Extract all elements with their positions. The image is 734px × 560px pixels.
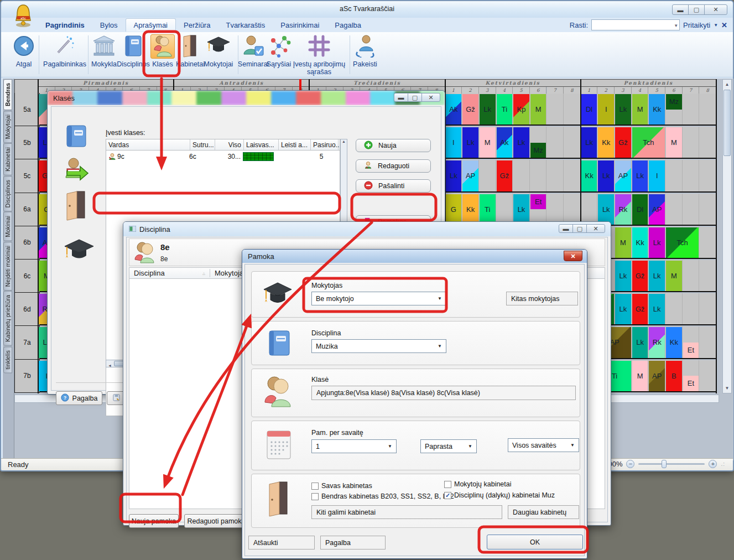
- timetable-cell[interactable]: Kk: [649, 94, 665, 125]
- checkbox-icon[interactable]: [444, 481, 451, 488]
- timetable-cell[interactable]: M: [666, 127, 682, 158]
- disciplina-dialog-titlebar[interactable]: Disciplina ▬ ▢ ✕: [123, 222, 611, 236]
- timetable-cell[interactable]: Lk: [513, 127, 529, 158]
- menu-tab-bylos[interactable]: Bylos: [92, 19, 126, 32]
- column-header-5[interactable]: Pasiruo..: [311, 139, 339, 150]
- timetable-cell[interactable]: M: [530, 94, 546, 125]
- timetable-cell[interactable]: AP: [462, 160, 478, 191]
- weeks-dropdown[interactable]: Visos savaitės▼: [508, 438, 579, 452]
- timetable-cell[interactable]: Kk: [581, 160, 597, 191]
- timetable-cell[interactable]: Lk: [480, 94, 496, 125]
- dialog-close-button[interactable]: ✕: [421, 93, 440, 102]
- timetable-cell[interactable]: Kk: [632, 227, 648, 258]
- timetable-cell[interactable]: G: [446, 194, 462, 225]
- timetable-cell[interactable]: Et: [530, 194, 546, 210]
- timetable-cell[interactable]: Mz: [530, 143, 546, 158]
- timetable-cell[interactable]: M: [615, 227, 631, 258]
- zoom-slider-thumb[interactable]: [662, 460, 667, 468]
- toolbar-button-wand[interactable]: Pagalbininkas: [41, 34, 89, 68]
- timetable-cell[interactable]: Tch: [666, 227, 699, 258]
- row-label-5a[interactable]: 5a: [14, 93, 40, 126]
- timetable-cell[interactable]: I: [598, 94, 614, 125]
- timetable-cell[interactable]: Dl: [581, 94, 597, 125]
- classes-table-header[interactable]: VardasSutru...VisoLaisvas...Leisti a...P…: [106, 139, 340, 151]
- timetable-cell[interactable]: Lk: [632, 327, 648, 357]
- teachers-rooms-checkbox[interactable]: Mokytojų kabinetai: [444, 480, 512, 488]
- timetable-cell[interactable]: Et: [683, 376, 699, 391]
- nauja-pamoka-button[interactable]: Nauja pamoka: [129, 514, 179, 528]
- find-input[interactable]: ▼: [591, 19, 680, 30]
- timetable-cell[interactable]: Rk: [649, 327, 665, 357]
- timetable-cell[interactable]: B: [666, 361, 682, 391]
- toolbar-button-school[interactable]: Mokykla: [90, 34, 118, 68]
- toolbar-button-back[interactable]: Atgal: [9, 34, 39, 68]
- scroll-up-icon[interactable]: ▲: [723, 80, 731, 89]
- sidebar-book-nav[interactable]: [64, 123, 89, 151]
- dialog-minimize-button[interactable]: ▬: [559, 224, 573, 233]
- sidebar-tab-neįdėti-mokiniai[interactable]: Neįdėti mokiniai: [3, 242, 12, 291]
- toolbar-button-hash[interactable]: Įvestų apribojimų sąrašas: [290, 34, 348, 76]
- maximize-button[interactable]: ▢: [688, 4, 705, 15]
- timetable-cell[interactable]: M: [666, 261, 682, 291]
- other-teacher-button[interactable]: Kitas mokytojas: [506, 292, 578, 305]
- timetable-cell[interactable]: Lk: [513, 194, 529, 225]
- row-label-6d[interactable]: 6d: [14, 293, 40, 326]
- redaguoti-pamoka-button[interactable]: Redaguoti pamoką: [184, 514, 248, 528]
- row-label-5c[interactable]: 5c: [14, 159, 40, 193]
- ok-button[interactable]: OK: [487, 535, 583, 549]
- menu-tab-pagalba[interactable]: Pagalba: [327, 19, 369, 32]
- help-button[interactable]: Pagalba: [320, 536, 386, 549]
- more-rooms-button[interactable]: Daugiau kabinetų: [508, 505, 579, 519]
- timetable-cell[interactable]: Lk: [632, 160, 648, 191]
- pamoka-dialog-titlebar[interactable]: Pamoka ✕: [242, 250, 587, 263]
- toolbar-button-swap[interactable]: Pakeisti: [352, 34, 378, 68]
- sidebar-tab-kabinetai[interactable]: Kabinetai: [3, 143, 12, 175]
- timetable-cell[interactable]: AP: [615, 160, 631, 191]
- timetable-cell[interactable]: Lk: [598, 194, 614, 225]
- timetable-cell[interactable]: Lk: [462, 127, 478, 158]
- sidebar-tab-disciplinos[interactable]: Disciplinos: [3, 176, 12, 211]
- table-row-9c[interactable]: 9c: [106, 151, 189, 162]
- dialog-minimize-button[interactable]: ▬: [394, 93, 408, 102]
- checkbox-icon[interactable]: [311, 483, 319, 490]
- timetable-cell[interactable]: Gž: [497, 160, 513, 191]
- timetable-cell[interactable]: Dl: [632, 194, 648, 225]
- gradcap-big-nav[interactable]: [64, 237, 95, 265]
- perweek-count-dropdown[interactable]: 1▼: [311, 439, 397, 453]
- titlebar[interactable]: aSc Tvarkaraščiai ▬ ▢ ✕: [1, 1, 733, 18]
- timetable-cell[interactable]: Tch: [632, 127, 665, 158]
- timetable-cell[interactable]: AP: [649, 361, 665, 391]
- door-big-nav[interactable]: [64, 190, 88, 222]
- timetable-cell[interactable]: Lk: [649, 261, 665, 291]
- toolbar-button-gradcap[interactable]: Mokytojai: [204, 34, 233, 68]
- minimize-button[interactable]: ▬: [672, 4, 689, 15]
- timetable-cell[interactable]: Lk: [598, 160, 614, 191]
- timetable-cell[interactable]: I: [649, 160, 665, 191]
- menu-tab-pagrindinis[interactable]: Pagrindinis: [38, 19, 92, 32]
- dialog-maximize-button[interactable]: ▢: [572, 224, 587, 233]
- timetable-cell[interactable]: I: [446, 127, 462, 158]
- checkbox-checked-icon[interactable]: ✓: [444, 492, 451, 499]
- row-label-6c[interactable]: 6c: [14, 260, 40, 293]
- import-nav[interactable]: [64, 157, 91, 184]
- checkbox-icon[interactable]: [311, 493, 319, 500]
- sidebar-tab-mokytojai[interactable]: Mokytojai: [3, 111, 12, 143]
- timetable-cell[interactable]: Gž: [615, 127, 631, 158]
- timetable-cell[interactable]: Kp: [513, 94, 529, 125]
- apply-caret-icon[interactable]: ▼: [714, 23, 718, 28]
- timetable-cell[interactable]: Ti: [497, 94, 513, 125]
- timetable-cell[interactable]: Kk: [666, 327, 682, 357]
- row-label-6a[interactable]: 6a: [14, 193, 40, 226]
- close-button[interactable]: ✕: [704, 4, 727, 15]
- subject-dropdown[interactable]: Muzika▼: [311, 339, 446, 353]
- timetable-cell[interactable]: Lk: [615, 261, 631, 291]
- timetable-cell[interactable]: Ti: [480, 194, 496, 225]
- dialog-close-button[interactable]: ✕: [586, 224, 605, 233]
- menu-tab-tvarkaraštis[interactable]: Tvarkaraštis: [218, 19, 273, 32]
- timetable-cell[interactable]: Gž: [462, 94, 478, 125]
- pagalba-button[interactable]: ? Pagalba: [56, 391, 102, 405]
- timetable-cell[interactable]: Ak: [446, 94, 462, 125]
- scroll-thumb[interactable]: [723, 90, 731, 156]
- column-header-1[interactable]: Sutru...: [190, 139, 215, 150]
- menu-tab-peržiūra[interactable]: Peržiūra: [176, 19, 218, 32]
